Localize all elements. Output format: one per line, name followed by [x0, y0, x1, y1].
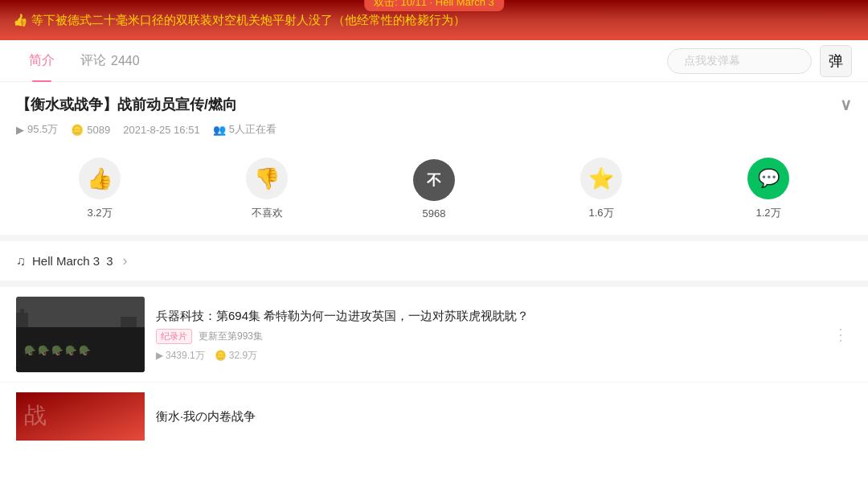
- danmu-button[interactable]: 弹: [820, 45, 852, 77]
- action-bar: 👍 3.2万 👎 不喜欢 不 5968 ⭐ 1.6万 💬 1.2万: [0, 143, 868, 241]
- dislike-label: 不喜欢: [252, 206, 283, 220]
- rec-item-0[interactable]: 兵器科技：第694集 希特勒为何一边进攻英国，一边对苏联虎视眈眈？ 纪录片 更新…: [0, 287, 868, 383]
- rec-thumb-1: 战: [16, 392, 145, 441]
- top-banner: 双击: 10/11 · Hell March 3 👍 等下被德式二十毫米口径的双…: [0, 0, 868, 40]
- danmu-input[interactable]: 点我发弹幕: [667, 48, 812, 74]
- svg-rect-1: [16, 337, 145, 372]
- like-icon: 👍: [79, 158, 121, 199]
- video-title-row: 【衡水或战争】战前动员宣传/燃向 ∨: [16, 95, 852, 114]
- svg-rect-10: [77, 338, 82, 356]
- rec-tag-type: 纪录片: [156, 329, 192, 344]
- svg-rect-4: [20, 309, 24, 317]
- banner-text: 👍 等下被德式二十毫米口径的双联装对空机关炮平射人没了（他经常性的枪毙行为）: [13, 13, 465, 28]
- rec-stat-views: ▶ 3439.1万: [156, 349, 205, 363]
- rec-thumb-0: [16, 297, 145, 372]
- recommended-list: 兵器科技：第694集 希特勒为何一边进攻英国，一边对苏联虎视眈眈？ 纪录片 更新…: [0, 287, 868, 450]
- star-icon: ⭐: [580, 158, 622, 199]
- coin-action-icon: 不: [413, 159, 455, 201]
- svg-point-15: [43, 334, 49, 340]
- coin-icon: 🪙: [71, 124, 84, 136]
- meta-coins: 🪙 5089: [71, 124, 110, 136]
- rec-stats-0: ▶ 3439.1万 🪙 32.9万: [156, 349, 818, 363]
- rec-info-0: 兵器科技：第694集 希特勒为何一边进攻英国，一边对苏联虎视眈眈？ 纪录片 更新…: [156, 307, 818, 363]
- music-chevron-icon: ›: [123, 252, 128, 269]
- svg-point-17: [65, 334, 72, 340]
- svg-point-16: [54, 334, 60, 340]
- svg-rect-5: [121, 317, 137, 337]
- rec-thumb-image-0: [16, 297, 145, 372]
- like-label: 3.2万: [87, 206, 112, 220]
- dislike-action[interactable]: 👎 不喜欢: [246, 158, 288, 220]
- coin-small-icon: 🪙: [215, 350, 227, 361]
- music-note-icon: ♫: [16, 254, 26, 269]
- play-small-icon: ▶: [156, 350, 163, 361]
- share-action[interactable]: 💬 1.2万: [747, 158, 789, 220]
- favorite-action[interactable]: ⭐ 1.6万: [580, 158, 622, 220]
- watching-icon: 👥: [213, 124, 226, 136]
- video-info: 【衡水或战争】战前动员宣传/燃向 ∨ ▶ 95.5万 🪙 5089 2021-8…: [0, 82, 868, 143]
- video-meta: ▶ 95.5万 🪙 5089 2021-8-25 16:51 👥 5人正在看: [16, 122, 852, 137]
- video-title-text: 【衡水或战争】战前动员宣传/燃向: [16, 95, 237, 114]
- rec-more-button-0[interactable]: ⋮: [829, 322, 852, 347]
- svg-point-18: [76, 334, 83, 340]
- music-name: Hell March 3: [32, 254, 100, 268]
- dislike-icon: 👎: [246, 158, 288, 199]
- coin-action-label: 5968: [423, 207, 446, 219]
- meta-watching: 👥 5人正在看: [213, 122, 276, 137]
- rec-tag-update: 更新至第993集: [199, 330, 263, 343]
- svg-text:战: 战: [24, 403, 47, 428]
- rec-info-1: 衡水·我の内卷战争: [156, 409, 852, 424]
- music-number: 3: [106, 254, 113, 268]
- share-icon: 💬: [747, 158, 789, 199]
- svg-rect-8: [55, 338, 59, 356]
- svg-rect-11: [88, 338, 93, 356]
- svg-rect-7: [43, 338, 48, 356]
- svg-point-21: [110, 334, 117, 340]
- svg-rect-13: [111, 338, 116, 356]
- share-label: 1.2万: [755, 206, 780, 220]
- tab-intro[interactable]: 简介: [16, 40, 68, 82]
- meta-date: 2021-8-25 16:51: [123, 124, 199, 136]
- rec-stat-coins: 🪙 32.9万: [215, 349, 257, 363]
- meta-views: ▶ 95.5万: [16, 122, 58, 137]
- rec-item-1[interactable]: 战 衡水·我の内卷战争: [0, 383, 868, 450]
- like-action[interactable]: 👍 3.2万: [79, 158, 121, 220]
- play-icon: ▶: [16, 124, 24, 136]
- svg-point-20: [99, 334, 105, 340]
- favorite-label: 1.6万: [588, 206, 613, 220]
- svg-point-14: [31, 334, 38, 340]
- rec-tags-0: 纪录片 更新至第993集: [156, 329, 818, 344]
- svg-rect-12: [100, 338, 104, 356]
- coin-action[interactable]: 不 5968: [413, 159, 455, 219]
- rec-title-1: 衡水·我の内卷战争: [156, 409, 852, 424]
- chevron-down-icon[interactable]: ∨: [840, 95, 852, 114]
- svg-rect-6: [32, 338, 37, 356]
- tab-bar: 简介 评论 2440 点我发弹幕 弹: [0, 40, 868, 82]
- rec-title-0: 兵器科技：第694集 希特勒为何一边进攻英国，一边对苏联虎视眈眈？: [156, 307, 818, 324]
- svg-point-19: [88, 334, 94, 340]
- tab-comments[interactable]: 评论 2440: [68, 40, 153, 82]
- banner-center-label: 双击: 10/11 · Hell March 3: [364, 0, 504, 11]
- svg-rect-9: [66, 338, 71, 356]
- music-section[interactable]: ♫ Hell March 3 3 ›: [0, 241, 868, 287]
